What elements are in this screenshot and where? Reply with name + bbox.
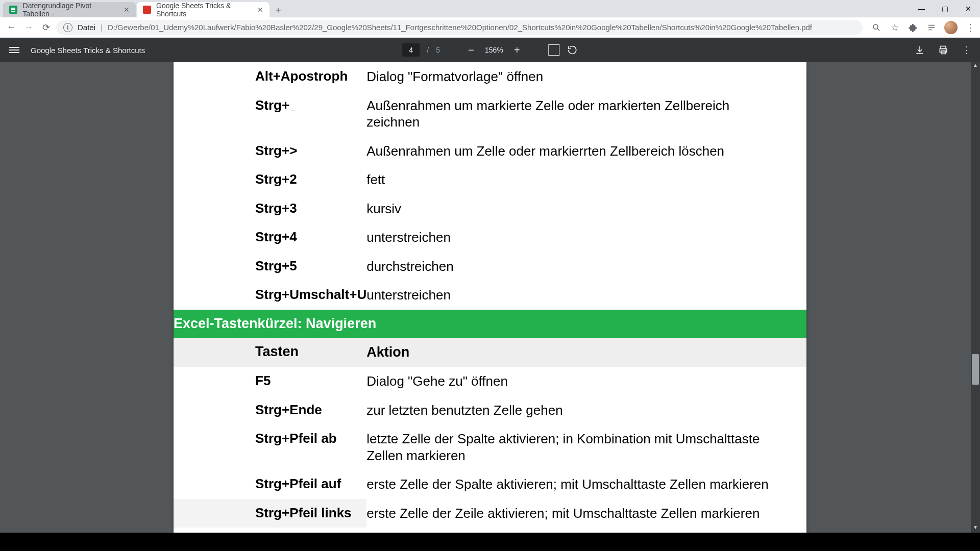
- fit-to-page-button[interactable]: [548, 44, 559, 56]
- shortcut-key: Strg+4: [174, 223, 366, 252]
- new-tab-button[interactable]: ＋: [271, 2, 286, 17]
- tab-title: Datengrundlage Pivot Tabellen -: [23, 2, 116, 18]
- print-button[interactable]: [938, 45, 948, 55]
- shortcut-key: Strg+_: [174, 91, 366, 137]
- table-row: Strg+>Außenrahmen um Zelle oder markierr…: [174, 137, 806, 166]
- scrollbar-thumb[interactable]: [972, 354, 979, 385]
- sidebar-toggle-button[interactable]: [9, 47, 19, 53]
- column-header-row: Tasten Aktion: [174, 338, 806, 367]
- svg-line-1: [877, 29, 879, 31]
- chrome-menu-icon[interactable]: ⋮: [965, 22, 976, 33]
- window-controls: — ▢ ✕: [910, 0, 980, 17]
- shortcut-description: Außenrahmen um markierte Zelle oder mark…: [366, 91, 806, 137]
- reload-button[interactable]: ⟳: [39, 20, 53, 35]
- site-info-icon[interactable]: i: [63, 23, 72, 32]
- shortcut-description: unterstreichen: [366, 223, 806, 252]
- scroll-down-arrow-icon[interactable]: ▼: [971, 524, 980, 533]
- scroll-up-arrow-icon[interactable]: ▲: [971, 62, 980, 70]
- page-number-input[interactable]: [402, 43, 420, 57]
- shortcut-key: Strg+5: [174, 252, 366, 281]
- browser-toolbar: ← → ⟳ i Datei | D:/Gewerbe/01_Udemy%20La…: [0, 17, 980, 38]
- tab-inactive[interactable]: Datengrundlage Pivot Tabellen - ✕: [3, 2, 136, 17]
- table-row: Strg+Pfeil linkserste Zelle der Zeile ak…: [174, 499, 806, 528]
- table-row: Strg+Umschalt+Uunterstreichen: [174, 281, 806, 310]
- table-row: Strg+Pfeil abletzte Zelle der Spalte akt…: [174, 424, 806, 470]
- rotate-button[interactable]: [567, 44, 578, 56]
- reading-list-icon[interactable]: [926, 22, 937, 33]
- url-scheme: Datei: [78, 23, 95, 32]
- tab-active[interactable]: Google Sheets Tricks & Shortcuts ✕: [137, 2, 270, 17]
- back-button[interactable]: ←: [4, 20, 18, 35]
- extensions-icon[interactable]: [908, 22, 919, 33]
- shortcut-key: Strg+>: [174, 137, 366, 166]
- shortcut-description: erste Zelle der Spalte aktivieren; mit U…: [366, 470, 806, 499]
- address-bar[interactable]: i Datei | D:/Gewerbe/01_Udemy%20Laufwerk…: [56, 20, 863, 35]
- column-header-action: Aktion: [366, 338, 806, 367]
- pdf-menu-button[interactable]: ⋮: [962, 44, 971, 56]
- download-button[interactable]: [915, 45, 925, 55]
- zoom-in-button[interactable]: +: [510, 43, 524, 57]
- pdf-toolbar: Google Sheets Tricks & Shortcuts / 5 − 1…: [0, 38, 980, 62]
- table-row: Strg+5durchstreichen: [174, 252, 806, 281]
- section-header-row: Excel-Tastenkürzel: Navigieren: [174, 310, 806, 338]
- shortcut-description: erste Zelle der Zeile aktivieren; mit Um…: [366, 499, 806, 528]
- shortcut-key: F5: [174, 367, 366, 396]
- shortcut-key: Strg+Pfeil links: [174, 499, 366, 528]
- shortcut-description: Außenrahmen um Zelle oder markierrten Ze…: [366, 137, 806, 166]
- shortcut-description: Dialog "Gehe zu" öffnen: [366, 367, 806, 396]
- pdf-icon: [143, 5, 151, 14]
- shortcut-description: fett: [366, 165, 806, 194]
- zoom-icon[interactable]: [871, 22, 882, 33]
- shortcut-description: zur letzten benutzten Zelle gehen: [366, 396, 806, 425]
- vertical-scrollbar[interactable]: ▲ ▼: [971, 62, 980, 533]
- forward-button[interactable]: →: [21, 20, 36, 35]
- table-row: Strg+3kursiv: [174, 194, 806, 223]
- url-path: D:/Gewerbe/01_Udemy%20Laufwerk/Fabio%20B…: [108, 23, 812, 32]
- close-window-button[interactable]: ✕: [957, 0, 980, 17]
- zoom-level: 156%: [485, 46, 503, 54]
- pdf-viewport[interactable]: Alt+ApostrophDialog "Formatvorlage" öffn…: [0, 62, 980, 533]
- section-header-text: Excel-Tastenkürzel: Navigieren: [174, 310, 806, 338]
- shortcut-key: Strg+Pfeil auf: [174, 470, 366, 499]
- maximize-button[interactable]: ▢: [933, 0, 957, 17]
- shortcut-description: kursiv: [366, 194, 806, 223]
- zoom-out-button[interactable]: −: [464, 43, 478, 57]
- pdf-page: Alt+ApostrophDialog "Formatvorlage" öffn…: [174, 62, 806, 533]
- table-row: Strg+Pfeil auferste Zelle der Spalte akt…: [174, 470, 806, 499]
- svg-point-0: [873, 24, 878, 29]
- shortcut-description: unterstreichen: [366, 281, 806, 310]
- bookmark-star-icon[interactable]: ☆: [889, 22, 900, 33]
- shortcut-key: Alt+Apostroph: [174, 62, 366, 91]
- shortcut-description: Dialog "Formatvorlage" öffnen: [366, 62, 806, 91]
- shortcuts-table: Alt+ApostrophDialog "Formatvorlage" öffn…: [174, 62, 806, 528]
- table-row: Alt+ApostrophDialog "Formatvorlage" öffn…: [174, 62, 806, 91]
- tab-title: Google Sheets Tricks & Shortcuts: [156, 2, 250, 18]
- table-row: Strg+4unterstreichen: [174, 223, 806, 252]
- table-row: Strg+_Außenrahmen um markierte Zelle ode…: [174, 91, 806, 137]
- shortcut-description: letzte Zelle der Spalte aktivieren; in K…: [366, 424, 806, 470]
- shortcut-key: Strg+Pfeil ab: [174, 424, 366, 470]
- table-row: Strg+Endezur letzten benutzten Zelle geh…: [174, 396, 806, 425]
- page-total: 5: [436, 46, 440, 54]
- close-icon[interactable]: ✕: [124, 6, 130, 14]
- column-header-key: Tasten: [174, 338, 366, 367]
- taskbar-area: [0, 533, 980, 551]
- shortcut-key: Strg+Ende: [174, 396, 366, 425]
- close-icon[interactable]: ✕: [257, 6, 263, 14]
- pdf-title: Google Sheets Tricks & Shortcuts: [31, 46, 145, 55]
- shortcut-description: durchstreichen: [366, 252, 806, 281]
- profile-avatar[interactable]: [944, 21, 958, 34]
- shortcut-key: Strg+3: [174, 194, 366, 223]
- shortcut-key: Strg+2: [174, 165, 366, 194]
- sheets-icon: [9, 5, 18, 14]
- minimize-button[interactable]: —: [910, 0, 933, 17]
- shortcut-key: Strg+Umschalt+U: [174, 281, 366, 310]
- page-separator: /: [427, 46, 429, 54]
- browser-tabstrip: Datengrundlage Pivot Tabellen - ✕ Google…: [0, 0, 980, 17]
- table-row: F5Dialog "Gehe zu" öffnen: [174, 367, 806, 396]
- table-row: Strg+2fett: [174, 165, 806, 194]
